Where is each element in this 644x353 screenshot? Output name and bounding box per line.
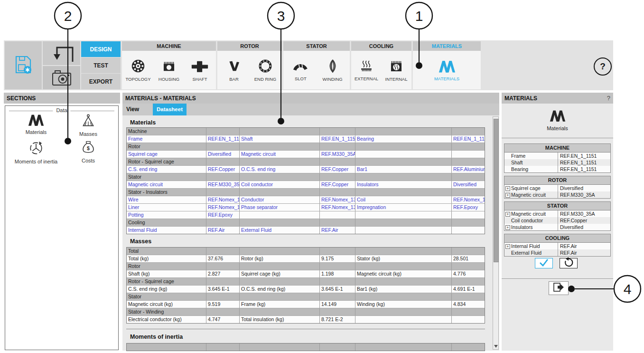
svg-text:$: $ — [87, 145, 90, 151]
reset-undo-icon — [563, 257, 574, 270]
table-cell[interactable]: Conductor — [240, 196, 320, 203]
help-button[interactable]: ? — [594, 57, 612, 76]
expand-plus-icon[interactable] — [505, 244, 510, 249]
materials-section-heading: Materials — [130, 119, 156, 126]
toolbar-item-slot[interactable]: SLOT — [286, 59, 315, 81]
export-report-button[interactable] — [549, 281, 569, 295]
summary-table-title: ROTOR — [504, 176, 610, 185]
vertical-scrollbar[interactable] — [493, 116, 499, 350]
shaft-icon-item[interactable]: SHAFT — [185, 59, 215, 82]
table-cell[interactable]: REF.Copper — [320, 181, 355, 188]
table-data-row: Squirrel cageDiversifiedMagnetic circuit… — [127, 151, 485, 158]
table-cell[interactable]: REF.M330_35A — [206, 181, 240, 188]
toolbar-item-bar[interactable]: BAR — [219, 59, 249, 82]
table-cell[interactable]: Diversified — [452, 181, 485, 188]
table-cell[interactable]: REF.M330_35A — [320, 151, 355, 158]
summary-row-value: REF.Air — [558, 243, 610, 249]
reset-button[interactable] — [560, 258, 578, 268]
scrollbar-thumb[interactable] — [494, 119, 499, 262]
toolbar-item-materials[interactable]: MATERIALS — [432, 59, 462, 81]
sidebar-item-costs[interactable]: $ Costs — [62, 140, 114, 163]
table-cell — [355, 278, 452, 285]
scrollbar-down-arrow-icon[interactable] — [494, 345, 498, 348]
table-cell — [452, 316, 485, 323]
expand-plus-icon[interactable] — [505, 212, 510, 217]
tab-test[interactable]: TEST — [81, 57, 121, 73]
bar-icon — [227, 59, 241, 75]
sidebar-item-moments-of-inertia[interactable]: Moments of inertia — [10, 140, 62, 164]
apply-button[interactable] — [535, 258, 553, 268]
table-cell[interactable]: REF.EN_1_1151 — [206, 135, 240, 143]
table-cell[interactable]: REF.Nomex_130 — [452, 196, 485, 203]
callout-4-number: 4 — [624, 281, 632, 297]
summary-row[interactable]: InsulatorsDiversified — [504, 224, 610, 230]
table-cell: Stator - Winding — [127, 308, 206, 315]
table-cell: Stator - Insulators — [127, 189, 206, 196]
toolbar-item-housing[interactable]: HOUSING — [154, 59, 184, 82]
tab-datasheet[interactable]: Datasheet — [153, 104, 187, 115]
toolbar-item-external-cooling[interactable]: EXTERNAL — [352, 59, 381, 81]
save-project-button[interactable] — [5, 41, 42, 89]
table-cell[interactable]: Phase separator — [240, 204, 320, 211]
table-cell[interactable]: Shaft — [240, 135, 320, 143]
table-cell[interactable]: Frame — [127, 135, 206, 143]
toolbar-item-winding[interactable]: WINDING — [318, 59, 347, 82]
table-cell[interactable]: Coil — [355, 196, 452, 203]
summary-row[interactable]: Internal FluidREF.Air — [504, 243, 610, 249]
table-cell[interactable]: REF.Epoxy — [206, 211, 240, 219]
tab-design[interactable]: DESIGN — [81, 41, 121, 57]
table-cell[interactable]: REF.Epoxy — [452, 204, 485, 211]
table-cell[interactable]: REF.Nomex_130 — [320, 204, 355, 211]
table-cell[interactable]: Potting — [127, 211, 206, 219]
table-cell: Bar1 (kg) — [355, 286, 452, 293]
table-cell — [452, 151, 485, 158]
sidebar-item-masses[interactable]: Masses — [62, 114, 114, 137]
tab-view[interactable]: View — [122, 104, 153, 115]
summary-row[interactable]: Squirrel cageDiversified — [504, 185, 610, 191]
table-cell[interactable]: Magnetic circuit — [127, 181, 206, 188]
table-cell[interactable]: Bearing — [355, 135, 452, 143]
table-cell[interactable]: REF.Nomex_130 — [206, 204, 240, 211]
table-cell[interactable]: Diversified — [206, 151, 240, 158]
table-cell[interactable]: Impregnation — [355, 204, 452, 211]
table-cell[interactable]: Internal Fluid — [127, 227, 206, 234]
back-return-button[interactable] — [43, 41, 80, 65]
panel-help-button[interactable]: ? — [607, 95, 610, 102]
summary-row-value: REF.EN_1_1151 — [558, 159, 610, 166]
expand-plus-icon[interactable] — [505, 186, 510, 191]
table-cell[interactable]: REF.Copper — [320, 166, 355, 173]
toolbar-item-topology[interactable]: TOPOLOGY — [123, 59, 153, 82]
datasheet-content: Materials MachineFrameREF.EN_1_1151Shaft… — [122, 115, 499, 351]
table-cell[interactable]: Wire — [127, 196, 206, 203]
table-cell[interactable]: External Fluid — [240, 227, 320, 234]
summary-row[interactable]: Magnetic circuitREF.M330_35A — [504, 210, 610, 217]
toolbar-item-end-ring[interactable]: END RING — [251, 59, 280, 82]
table-cell[interactable]: REF.EN_1_1151 — [320, 135, 355, 143]
camera-icon — [51, 67, 73, 89]
table-cell[interactable]: Coil conductor — [240, 181, 320, 188]
summary-row[interactable]: Magnetic circuitREF.M330_35A — [504, 191, 610, 198]
table-cell[interactable]: Bar1 — [355, 166, 452, 173]
table-cell[interactable]: REF.Air — [320, 227, 355, 234]
tab-export[interactable]: EXPORT — [81, 74, 121, 89]
table-cell[interactable]: Magnetic circuit — [240, 151, 320, 158]
table-cell[interactable]: Insulators — [355, 181, 452, 188]
table-cell[interactable]: REF.Nomex_130 — [206, 196, 240, 203]
screenshot-button[interactable] — [43, 66, 80, 89]
table-cell — [452, 128, 485, 135]
sidebar-item-materials[interactable]: Materials — [10, 114, 62, 135]
table-section-row: Rotor — [127, 263, 485, 270]
table-cell[interactable]: O.C.S. end ring — [240, 166, 320, 173]
table-cell[interactable]: REF.Nomex_130 — [320, 196, 355, 203]
table-cell[interactable]: Squirrel cage — [127, 151, 206, 158]
expand-plus-icon[interactable] — [505, 193, 510, 198]
table-cell[interactable]: Liner — [127, 204, 206, 211]
table-cell[interactable]: C.S. end ring — [127, 166, 206, 173]
table-cell[interactable]: REF.Aluminium — [452, 166, 485, 173]
summary-row-label: Magnetic circuit — [504, 210, 558, 217]
toolbar-item-internal-cooling[interactable]: INTERNAL — [382, 59, 411, 82]
table-cell[interactable]: REF.Copper — [206, 166, 240, 173]
expand-plus-icon[interactable] — [505, 225, 510, 230]
table-cell[interactable]: REF.Air — [206, 227, 240, 234]
table-cell[interactable]: REF.EN_1_1151 — [452, 135, 485, 143]
